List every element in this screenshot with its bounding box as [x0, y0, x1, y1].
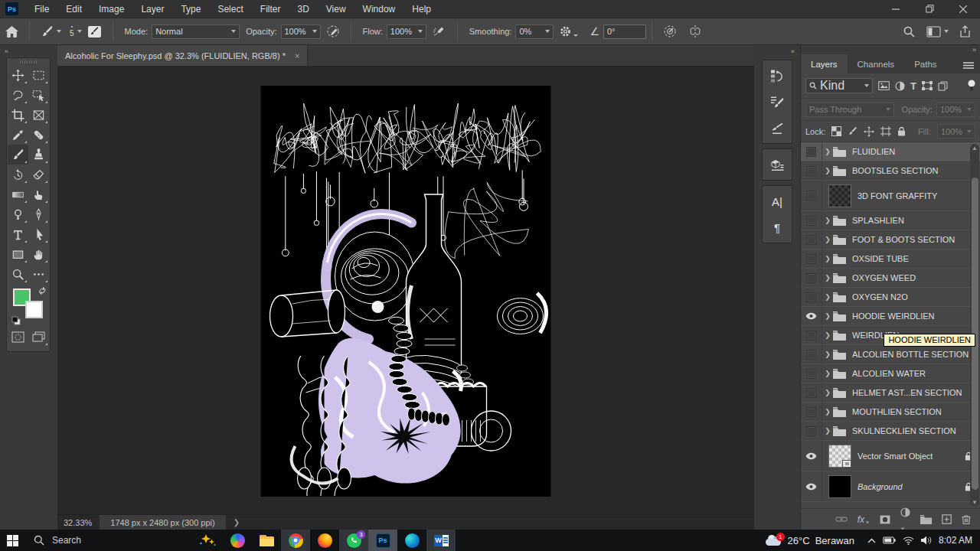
lock-pixels-icon[interactable] [848, 126, 858, 136]
group-expand-icon[interactable]: ❯ [822, 389, 833, 396]
group-expand-icon[interactable]: ❯ [822, 331, 833, 339]
layer-thumbnail[interactable] [828, 445, 851, 468]
visibility-toggle-empty[interactable] [801, 403, 822, 421]
paragraph-panel-icon[interactable]: ¶ [763, 214, 792, 240]
group-expand-icon[interactable]: ❯ [822, 236, 833, 243]
layer-name[interactable]: SKULNECKLIEN SECTION [852, 426, 956, 435]
search-icon[interactable] [897, 25, 921, 38]
brush-angle-input[interactable]: 0° [603, 24, 646, 39]
more-tools-tool-icon[interactable] [28, 264, 49, 284]
taskbar-photoshop-icon[interactable]: Ps [368, 530, 397, 551]
airbrush-icon[interactable] [426, 24, 452, 38]
background-color-swatch[interactable] [25, 301, 43, 318]
volume-icon[interactable] [921, 536, 932, 545]
gradient-tool-icon[interactable] [8, 184, 28, 204]
battery-icon[interactable] [883, 536, 896, 544]
brush-settings-toggle-icon[interactable] [82, 25, 107, 38]
filter-toggle-switch[interactable] [968, 80, 975, 92]
visibility-toggle-empty[interactable] [801, 422, 822, 440]
clone-stamp-tool-icon[interactable] [28, 145, 49, 165]
layer-row-bootsleg-section[interactable]: ❯BOOTSLEG SECTION [801, 161, 980, 181]
brush-tool-icon[interactable] [8, 145, 28, 165]
menu-edit[interactable]: Edit [57, 0, 90, 18]
opacity-pressure-icon[interactable] [321, 24, 345, 38]
layer-row-alcolien-bottle-section[interactable]: ❯ALCOLIEN BOTTLE SECTION [801, 345, 980, 364]
restore-button[interactable] [913, 0, 946, 18]
menu-view[interactable]: View [318, 0, 354, 18]
filter-pixel-layers-icon[interactable] [878, 81, 890, 90]
group-expand-icon[interactable]: ❯ [822, 167, 833, 174]
panel-menu-icon[interactable] [963, 62, 980, 73]
wifi-icon[interactable] [903, 536, 914, 545]
start-button[interactable] [0, 535, 28, 546]
layer-row-oxygen-n2o[interactable]: ❯OXYGEN N2O [801, 288, 980, 307]
layer-row-background[interactable]: Background [801, 471, 980, 502]
layer-name[interactable]: HOODIE WEIRDLIEN [852, 311, 935, 321]
menu-layer[interactable]: Layer [132, 0, 172, 18]
layer-name[interactable]: OXYGEN N2O [852, 292, 908, 302]
status-more-icon[interactable]: ❯ [234, 518, 240, 527]
lock-position-icon[interactable] [864, 126, 874, 137]
visibility-toggle-empty[interactable] [801, 345, 822, 364]
home-icon[interactable] [0, 26, 24, 37]
paint-symmetry-icon[interactable] [682, 24, 708, 38]
group-expand-icon[interactable]: ❯ [822, 217, 833, 224]
layer-name[interactable]: SPLASHLIEN [852, 216, 904, 225]
group-expand-icon[interactable]: ❯ [822, 350, 833, 358]
new-adjustment-layer-icon[interactable] [900, 507, 910, 531]
taskbar-copilot-icon[interactable] [223, 530, 252, 551]
share-icon[interactable] [954, 25, 980, 38]
layer-row-vector-smart-object[interactable]: Vector Smart Object [801, 441, 980, 471]
layer-name[interactable]: Vector Smart Object [858, 452, 933, 461]
layer-name[interactable]: OXYGEN WEED [852, 273, 916, 282]
visibility-toggle-empty[interactable] [801, 161, 822, 180]
menu-filter[interactable]: Filter [252, 0, 289, 18]
new-group-icon[interactable] [920, 515, 932, 524]
taskbar-whatsapp-icon[interactable]: 3 [339, 530, 368, 551]
blend-mode-select[interactable]: Normal [152, 24, 240, 39]
layer-list-scrollbar[interactable]: ▲ ▼ [970, 144, 979, 507]
new-layer-icon[interactable] [942, 514, 952, 524]
brushes-panel-icon[interactable] [763, 115, 792, 141]
visibility-toggle-empty[interactable] [801, 364, 822, 383]
group-expand-icon[interactable]: ❯ [822, 255, 833, 262]
move-tool-icon[interactable] [8, 65, 28, 85]
panel-tab-layers[interactable]: Layers [801, 54, 848, 73]
layer-row-oxside-tube[interactable]: ❯OXSIDE TUBE [801, 249, 980, 269]
rectangle-tool-icon[interactable] [8, 244, 28, 264]
lasso-tool-icon[interactable] [8, 85, 28, 105]
layer-fill-select[interactable]: 100% [937, 124, 975, 139]
brush-settings-panel-icon[interactable] [763, 89, 792, 115]
object-selection-tool-icon[interactable] [28, 85, 49, 105]
menu-help[interactable]: Help [403, 0, 439, 18]
link-layers-icon[interactable] [835, 516, 848, 523]
taskbar-chrome-icon[interactable] [281, 530, 310, 551]
visibility-toggle-empty[interactable] [801, 211, 822, 230]
scroll-down-icon[interactable]: ▼ [970, 499, 979, 506]
opacity-select[interactable]: 100% [281, 24, 321, 39]
visibility-toggle-empty[interactable] [801, 181, 822, 210]
menu-type[interactable]: Type [172, 0, 209, 18]
menu-image[interactable]: Image [90, 0, 132, 18]
layer-style-icon[interactable]: fx [858, 514, 870, 525]
menu-window[interactable]: Window [354, 0, 404, 18]
close-button[interactable] [946, 0, 980, 18]
type-tool-icon[interactable] [8, 224, 28, 244]
group-expand-icon[interactable]: ❯ [822, 408, 833, 416]
visibility-toggle-empty[interactable] [801, 142, 822, 161]
layer-row-mouthlien-section[interactable]: ❯MOUTHLIEN SECTION [801, 403, 980, 422]
layer-row-splashlien[interactable]: ❯SPLASHLIEN [801, 211, 980, 230]
layer-row-hoodie-weirdlien[interactable]: ❯HOODIE WEIRDLIEN [801, 307, 980, 326]
filter-smart-objects-icon[interactable] [938, 81, 948, 91]
flow-select[interactable]: 100% [387, 24, 426, 39]
filter-kind-select[interactable]: Kind [805, 78, 873, 93]
layer-name[interactable]: 3D FONT GRAFFITY [858, 191, 937, 201]
visibility-toggle-empty[interactable] [801, 269, 822, 287]
layer-row-helmet-ast-en-section[interactable]: ❯HELMET AST...EN SECTION [801, 383, 980, 403]
menu-select[interactable]: Select [209, 0, 251, 18]
lock-artboard-icon[interactable] [880, 126, 891, 136]
layer-name[interactable]: BOOTSLEG SECTION [852, 166, 938, 175]
history-panel-icon[interactable] [763, 63, 792, 89]
pen-tool-icon[interactable] [28, 204, 49, 224]
visibility-toggle-empty[interactable] [801, 288, 822, 306]
